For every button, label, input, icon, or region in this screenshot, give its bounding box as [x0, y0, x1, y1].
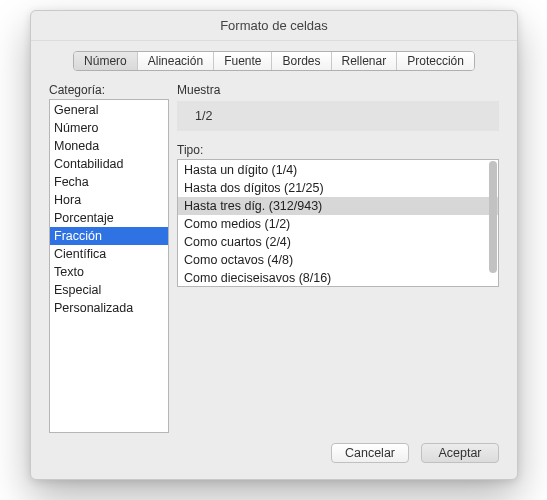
tab-alignment[interactable]: Alineación	[138, 52, 214, 70]
type-item[interactable]: Hasta tres díg. (312/943)	[178, 197, 498, 215]
type-item[interactable]: Como cuartos (2/4)	[178, 233, 498, 251]
category-item[interactable]: General	[50, 101, 168, 119]
category-item[interactable]: Hora	[50, 191, 168, 209]
type-item[interactable]: Como octavos (4/8)	[178, 251, 498, 269]
cancel-button[interactable]: Cancelar	[331, 443, 409, 463]
ok-button[interactable]: Aceptar	[421, 443, 499, 463]
type-item[interactable]: Hasta dos dígitos (21/25)	[178, 179, 498, 197]
tab-protection[interactable]: Protección	[397, 52, 474, 70]
tab-fill[interactable]: Rellenar	[332, 52, 398, 70]
category-item[interactable]: Especial	[50, 281, 168, 299]
type-item[interactable]: Como medios (1/2)	[178, 215, 498, 233]
category-label: Categoría:	[49, 83, 169, 97]
detail-panel: Muestra 1/2 Tipo: Hasta un dígito (1/4)H…	[177, 83, 499, 433]
sample-box: 1/2	[177, 101, 499, 131]
category-item[interactable]: Fracción	[50, 227, 168, 245]
tab-borders[interactable]: Bordes	[272, 52, 331, 70]
type-container: Hasta un dígito (1/4)Hasta dos dígitos (…	[177, 159, 499, 287]
category-item[interactable]: Moneda	[50, 137, 168, 155]
dialog-title: Formato de celdas	[31, 11, 517, 41]
format-cells-dialog: Formato de celdas NúmeroAlineaciónFuente…	[30, 10, 518, 480]
tab-font[interactable]: Fuente	[214, 52, 272, 70]
category-panel: Categoría: GeneralNúmeroMonedaContabilid…	[49, 83, 169, 433]
type-item[interactable]: Hasta un dígito (1/4)	[178, 161, 498, 179]
cancel-button-label: Cancelar	[345, 446, 395, 460]
category-item[interactable]: Contabilidad	[50, 155, 168, 173]
dialog-footer: Cancelar Aceptar	[31, 433, 517, 479]
category-item[interactable]: Número	[50, 119, 168, 137]
dialog-body: Categoría: GeneralNúmeroMonedaContabilid…	[31, 79, 517, 433]
category-item[interactable]: Personalizada	[50, 299, 168, 317]
dialog-title-text: Formato de celdas	[220, 18, 328, 33]
sample-value: 1/2	[195, 109, 212, 123]
category-item[interactable]: Texto	[50, 263, 168, 281]
type-listbox[interactable]: Hasta un dígito (1/4)Hasta dos dígitos (…	[177, 159, 499, 287]
scrollbar[interactable]	[489, 161, 497, 273]
tab-bar: NúmeroAlineaciónFuenteBordesRellenarProt…	[73, 51, 475, 71]
type-item[interactable]: Como dieciseisavos (8/16)	[178, 269, 498, 287]
ok-button-label: Aceptar	[438, 446, 481, 460]
category-item[interactable]: Fecha	[50, 173, 168, 191]
category-item[interactable]: Científica	[50, 245, 168, 263]
category-listbox[interactable]: GeneralNúmeroMonedaContabilidadFechaHora…	[49, 99, 169, 433]
type-label: Tipo:	[177, 143, 499, 157]
tab-number[interactable]: Número	[74, 52, 138, 70]
sample-label: Muestra	[177, 83, 499, 97]
category-item[interactable]: Porcentaje	[50, 209, 168, 227]
tab-row: NúmeroAlineaciónFuenteBordesRellenarProt…	[31, 41, 517, 79]
